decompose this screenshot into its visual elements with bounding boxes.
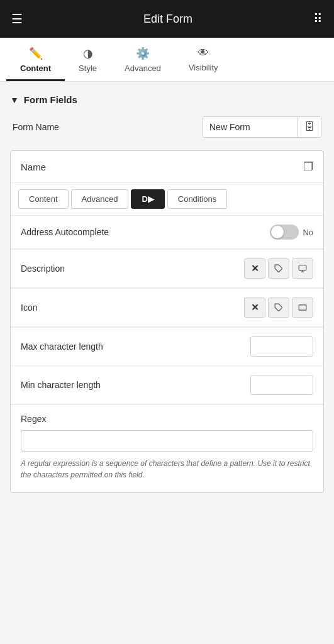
tab-content-label: Content [20,64,51,73]
description-tag-btn[interactable] [268,258,289,279]
toggle-state-label: No [303,228,313,237]
min-char-label: Min character length [21,380,101,390]
eye-icon: 👁 [198,47,209,60]
min-char-input[interactable] [250,375,313,395]
tab-advanced[interactable]: ⚙️ Advanced [111,38,175,81]
min-char-row: Min character length [11,366,323,404]
hamburger-icon[interactable]: ☰ [11,11,23,26]
tab-visibility-label: Visibility [189,63,218,72]
description-screen-btn[interactable] [292,258,313,279]
tag-icon-2 [274,303,283,312]
toggle-knob [271,226,284,238]
icon-row: Icon ✕ [11,289,323,327]
tab-visibility[interactable]: 👁 Visibility [175,38,232,81]
svg-rect-1 [299,265,306,270]
form-name-row: Form Name 🗄 [10,116,324,138]
icon-tag-btn[interactable] [268,297,289,318]
card-header: Name ❐ [11,151,323,183]
sub-tab-dynamic[interactable]: D▶ [131,189,164,209]
address-autocomplete-label: Address Autocomplete [21,227,109,237]
sub-tab-conditions[interactable]: Conditions [167,189,227,209]
form-name-input-wrap: 🗄 [203,116,321,138]
edit-icon: ✏️ [29,47,43,60]
svg-rect-5 [299,305,306,310]
max-char-label: Max character length [21,341,103,352]
tab-style[interactable]: ◑ Style [65,38,111,81]
sub-tab-content[interactable]: Content [18,189,69,209]
rectangle-icon [298,303,307,312]
icon-screen-btn[interactable] [292,297,313,318]
max-char-input[interactable] [250,336,313,357]
sub-tab-advanced[interactable]: Advanced [71,189,129,209]
page-title: Edit Form [143,13,192,26]
tab-advanced-label: Advanced [125,64,161,73]
form-name-label: Form Name [13,122,59,132]
copy-icon[interactable]: ❐ [303,160,313,174]
dynamic-icon: D▶ [142,194,153,204]
regex-input[interactable] [21,430,313,452]
app-header: ☰ Edit Form ⠿ [0,0,334,38]
description-row: Description ✕ [11,250,323,288]
toggle-wrap: No [270,225,313,240]
main-content: ▼ Form Fields Form Name 🗄 Name ❐ Content… [0,82,334,506]
tag-icon [274,264,283,273]
icon-actions: ✕ [244,297,313,318]
monitor-icon [298,264,307,273]
card-title: Name [21,162,46,172]
form-name-input[interactable] [203,117,298,137]
regex-hint: A regular expression is a sequence of ch… [21,458,313,487]
regex-label: Regex [21,414,313,424]
name-card: Name ❐ Content Advanced D▶ Conditions Ad… [10,150,324,493]
description-actions: ✕ [244,258,313,279]
address-autocomplete-toggle[interactable] [270,225,299,240]
main-tabs: ✏️ Content ◑ Style ⚙️ Advanced 👁 Visibil… [0,38,334,82]
database-icon-btn[interactable]: 🗄 [298,117,321,137]
regex-section: Regex A regular expression is a sequence… [11,405,323,492]
section-header: ▼ Form Fields [10,94,324,105]
gear-icon: ⚙️ [136,47,150,60]
max-char-row: Max character length [11,328,323,366]
tab-style-label: Style [79,64,97,73]
icon-label: Icon [21,303,37,313]
sub-tabs: Content Advanced D▶ Conditions [11,183,323,216]
chevron-down-icon: ▼ [10,95,19,105]
address-autocomplete-row: Address Autocomplete No [11,216,323,249]
tab-content[interactable]: ✏️ Content [6,38,65,81]
description-close-btn[interactable]: ✕ [244,258,265,279]
style-icon: ◑ [83,47,93,60]
description-label: Description [21,264,65,274]
icon-close-btn[interactable]: ✕ [244,297,265,318]
section-title: Form Fields [24,94,77,105]
grid-icon[interactable]: ⠿ [313,11,323,26]
